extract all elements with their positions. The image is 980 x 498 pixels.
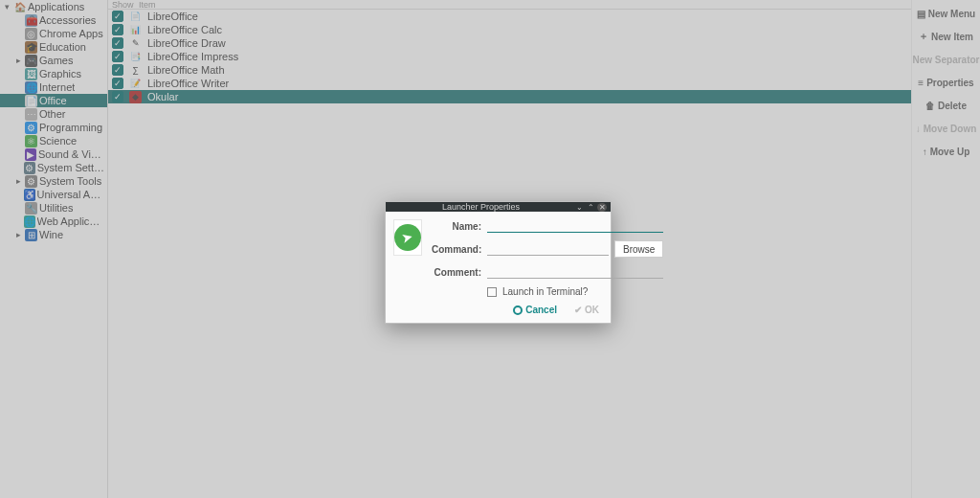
ok-button[interactable]: ✔ OK — [574, 305, 599, 315]
launcher-properties-dialog: Launcher Properties ⌄ ⌃ ✕ ➤ Name: Comman… — [385, 201, 612, 324]
comment-input[interactable] — [487, 265, 663, 279]
name-input[interactable] — [487, 219, 663, 233]
terminal-label: Launch in Terminal? — [502, 286, 588, 297]
ok-label: OK — [585, 305, 599, 315]
cancel-button[interactable]: Cancel — [513, 305, 557, 315]
command-label: Command: — [432, 244, 481, 255]
dialog-titlebar[interactable]: Launcher Properties ⌄ ⌃ ✕ — [386, 202, 611, 212]
rocket-icon: ➤ — [400, 229, 415, 247]
maximize-icon[interactable]: ⌃ — [586, 203, 595, 212]
cancel-label: Cancel — [525, 305, 557, 315]
command-input[interactable] — [487, 242, 609, 256]
name-label: Name: — [432, 221, 481, 232]
check-icon: ✔ — [574, 305, 582, 315]
comment-label: Comment: — [432, 267, 481, 278]
cancel-icon — [513, 306, 523, 315]
close-icon[interactable]: ✕ — [597, 203, 607, 212]
dialog-title: Launcher Properties — [390, 202, 572, 212]
launcher-icon-button[interactable]: ➤ — [393, 219, 422, 256]
browse-button[interactable]: Browse — [614, 240, 663, 258]
minimize-icon[interactable]: ⌄ — [574, 203, 584, 212]
terminal-checkbox[interactable] — [487, 287, 497, 297]
